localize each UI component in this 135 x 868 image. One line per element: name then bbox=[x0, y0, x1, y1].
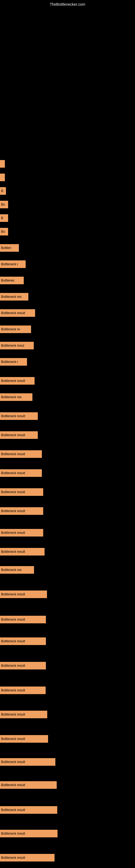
bar-row bbox=[0, 160, 5, 167]
bottleneck-bar-21: Bottleneck result bbox=[0, 507, 43, 515]
bar-row: Bottleneck result bbox=[0, 548, 45, 556]
bottleneck-bar-30: Bottleneck result bbox=[0, 711, 47, 718]
bar-row: Bottleneck res bbox=[0, 393, 32, 401]
bottleneck-bar-24: Bottleneck res bbox=[0, 566, 34, 574]
bar-row: Bottleneck result bbox=[0, 469, 42, 477]
bottleneck-bar-29: Bottleneck result bbox=[0, 686, 46, 694]
bottleneck-bar-15: Bottleneck res bbox=[0, 393, 32, 401]
bar-row: Bottleneck result bbox=[0, 590, 47, 598]
bottleneck-bar-1 bbox=[0, 174, 5, 181]
bar-row: Bottleneck result bbox=[0, 638, 46, 645]
bar-row: B bbox=[0, 214, 8, 222]
bottleneck-bar-17: Bottleneck result bbox=[0, 431, 38, 439]
bar-row: Bottleneck result bbox=[0, 806, 57, 814]
bottleneck-bar-3: Bo bbox=[0, 201, 8, 208]
bottleneck-bar-27: Bottleneck result bbox=[0, 638, 46, 645]
bottleneck-bar-4: B bbox=[0, 214, 8, 222]
bar-row: Bottleneck result bbox=[0, 781, 57, 789]
bar-row: Bottlen bbox=[0, 244, 19, 252]
bottleneck-bar-26: Bottleneck result bbox=[0, 616, 46, 623]
bar-row: Bottleneck result bbox=[0, 686, 46, 694]
bottleneck-bar-6: Bottlen bbox=[0, 244, 19, 252]
bar-row: Bottleneck result bbox=[0, 616, 46, 623]
bar-row bbox=[0, 174, 5, 181]
bottleneck-bar-34: Bottleneck result bbox=[0, 806, 57, 814]
bottleneck-bar-9: Bottleneck res bbox=[0, 293, 28, 301]
bar-row: Bottleneck result bbox=[0, 830, 57, 837]
bottleneck-bar-13: Bottleneck r bbox=[0, 358, 27, 366]
bottleneck-bar-5: Bo bbox=[0, 228, 8, 236]
bottleneck-bar-7: Bottleneck r bbox=[0, 260, 26, 268]
bar-row: Bottleneck result bbox=[0, 758, 55, 766]
bottleneck-bar-22: Bottleneck result bbox=[0, 529, 43, 536]
bar-row: Bottleneck result bbox=[0, 431, 38, 439]
bar-row: Bottleneck r bbox=[0, 358, 27, 366]
bar-row: Bottleneck result bbox=[0, 488, 43, 496]
bottleneck-bar-12: Bottleneck resul bbox=[0, 342, 34, 349]
bar-row: Bottleneck result bbox=[0, 662, 46, 670]
bottleneck-bar-16: Bottleneck result bbox=[0, 412, 38, 420]
bar-row: Bottleneck result bbox=[0, 309, 35, 317]
site-title: TheBottlenecker.com bbox=[50, 2, 85, 6]
bottleneck-bar-28: Bottleneck result bbox=[0, 662, 46, 670]
bar-row: Bottleneck result bbox=[0, 711, 47, 718]
bar-row: Bo bbox=[0, 228, 8, 236]
bar-row: Bottleneck result bbox=[0, 377, 35, 384]
bar-row: Bottleneck result bbox=[0, 450, 42, 458]
bottleneck-bar-2: B bbox=[0, 187, 6, 195]
bottleneck-bar-36: Bottleneck result bbox=[0, 854, 54, 862]
bottleneck-bar-8: Bottlenec bbox=[0, 277, 24, 284]
bottleneck-bar-20: Bottleneck result bbox=[0, 488, 43, 496]
bar-row: Bottleneck res bbox=[0, 566, 34, 574]
bottleneck-bar-25: Bottleneck result bbox=[0, 590, 47, 598]
bottleneck-bar-10: Bottleneck result bbox=[0, 309, 35, 317]
bar-row: Bottleneck result bbox=[0, 854, 54, 862]
bar-row: Bottleneck resul bbox=[0, 342, 34, 349]
bottleneck-bar-0 bbox=[0, 160, 5, 167]
bottleneck-bar-23: Bottleneck result bbox=[0, 548, 45, 556]
bar-row: Bottleneck res bbox=[0, 293, 28, 301]
bar-row: B bbox=[0, 187, 6, 195]
bottleneck-bar-33: Bottleneck result bbox=[0, 781, 57, 789]
bar-row: Bottleneck result bbox=[0, 735, 48, 743]
bar-row: Bottleneck r bbox=[0, 260, 26, 268]
bar-row: Bottleneck result bbox=[0, 412, 38, 420]
bottleneck-bar-31: Bottleneck result bbox=[0, 735, 48, 743]
bottleneck-bar-14: Bottleneck result bbox=[0, 377, 35, 384]
bottleneck-bar-18: Bottleneck result bbox=[0, 450, 42, 458]
bottleneck-bar-11: Bottleneck re bbox=[0, 326, 31, 333]
bar-row: Bottleneck result bbox=[0, 507, 43, 515]
bottleneck-bar-19: Bottleneck result bbox=[0, 469, 42, 477]
bottleneck-bar-35: Bottleneck result bbox=[0, 830, 57, 837]
bar-row: Bottleneck result bbox=[0, 529, 43, 536]
bar-row: Bottlenec bbox=[0, 277, 24, 284]
bottleneck-bar-32: Bottleneck result bbox=[0, 758, 55, 766]
bar-row: Bottleneck re bbox=[0, 326, 31, 333]
bar-row: Bo bbox=[0, 201, 8, 208]
